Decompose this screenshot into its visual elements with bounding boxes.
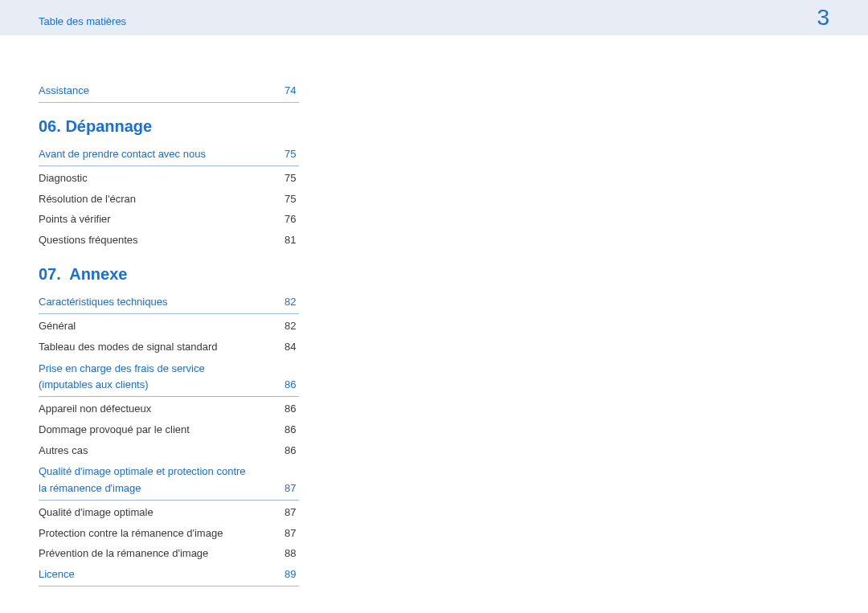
toc-entry-label: Protection contre la rémanence d'image (39, 526, 252, 541)
toc-entry-label: Qualité d'image optimale et protection c… (39, 464, 252, 496)
page-number: 3 (817, 5, 829, 31)
toc-entry[interactable]: Résolution de l'écran 75 (39, 189, 299, 210)
toc-entry-label: Autres cas (39, 443, 252, 459)
toc-entry[interactable]: Points à vérifier 76 (39, 209, 299, 230)
section-number: 07. (39, 265, 61, 283)
toc-entry[interactable]: Questions fréquentes 81 (39, 230, 299, 251)
toc-entry-label: Prévention de la rémanence d'image (39, 546, 252, 562)
toc-link-assistance[interactable]: Assistance 74 (39, 80, 299, 103)
toc-entry[interactable]: Diagnostic 75 (39, 168, 299, 189)
toc-entry-page: 81 (285, 233, 299, 248)
toc-entry-label: Caractéristiques techniques (39, 295, 252, 310)
toc-entry-page: 74 (285, 84, 299, 99)
section-heading-07: 07. Annexe (39, 265, 299, 284)
toc-entry[interactable]: Autres cas 86 (39, 440, 299, 461)
toc-entry-page: 86 (285, 402, 299, 417)
toc-entry-page: 87 (285, 505, 299, 521)
toc-entry-label: Général (39, 319, 252, 334)
toc-entry[interactable]: Qualité d'image optimale 87 (39, 502, 299, 523)
toc-entry-page: 84 (285, 340, 299, 355)
toc-entry-page: 86 (285, 423, 299, 438)
toc-entry[interactable]: Dommage provoqué par le client 86 (39, 419, 299, 440)
toc-entry-page: 87 (285, 526, 299, 541)
toc-entry-page: 75 (285, 171, 299, 186)
toc-entry-label: Diagnostic (39, 171, 252, 186)
toc-entry-page: 86 (285, 378, 299, 393)
toc-entry-label: Appareil non défectueux (39, 402, 252, 417)
toc-entry[interactable]: Prévention de la rémanence d'image 88 (39, 543, 299, 564)
toc-entry-label: Questions fréquentes (39, 233, 252, 248)
section-heading-06: 06. Dépannage (39, 117, 299, 136)
header-title: Table des matières (39, 9, 126, 27)
toc-entry-label: Résolution de l'écran (39, 192, 252, 207)
toc-entry-page: 75 (285, 192, 299, 207)
toc-entry-label: Prise en charge des frais de service (im… (39, 361, 252, 393)
toc-entry-label: Avant de prendre contact avec nous (39, 147, 252, 162)
toc-entry-page: 76 (285, 212, 299, 227)
section-number: 06. (39, 117, 61, 135)
page-header: Table des matières 3 (0, 0, 868, 35)
toc-link[interactable]: Prise en charge des frais de service (im… (39, 358, 299, 397)
toc-content: Assistance 74 06. Dépannage Avant de pre… (0, 35, 338, 586)
toc-entry-page: 86 (285, 443, 299, 459)
toc-entry[interactable]: Appareil non défectueux 86 (39, 398, 299, 419)
toc-link[interactable]: Licence 89 (39, 564, 299, 586)
section-title: Annexe (69, 265, 127, 283)
toc-entry-page: 87 (285, 481, 299, 497)
toc-entry-label: Licence (39, 567, 252, 582)
toc-entry-label: Assistance (39, 84, 252, 99)
section-title: Dépannage (65, 117, 152, 135)
toc-entry[interactable]: Protection contre la rémanence d'image 8… (39, 523, 299, 544)
toc-entry-label: Tableau des modes de signal standard (39, 340, 252, 355)
toc-entry-page: 82 (285, 295, 299, 310)
toc-entry[interactable]: Général 82 (39, 316, 299, 337)
toc-entry-page: 89 (285, 567, 299, 582)
toc-entry-label: Qualité d'image optimale (39, 505, 252, 521)
toc-link[interactable]: Caractéristiques techniques 82 (39, 292, 299, 314)
toc-entry-page: 75 (285, 147, 299, 162)
toc-link[interactable]: Qualité d'image optimale et protection c… (39, 460, 299, 500)
toc-entry-label: Points à vérifier (39, 212, 252, 227)
toc-entry-page: 88 (285, 546, 299, 562)
toc-entry-label: Dommage provoqué par le client (39, 423, 252, 438)
toc-entry-page: 82 (285, 319, 299, 334)
toc-entry[interactable]: Tableau des modes de signal standard 84 (39, 337, 299, 358)
toc-link[interactable]: Avant de prendre contact avec nous 75 (39, 144, 299, 166)
